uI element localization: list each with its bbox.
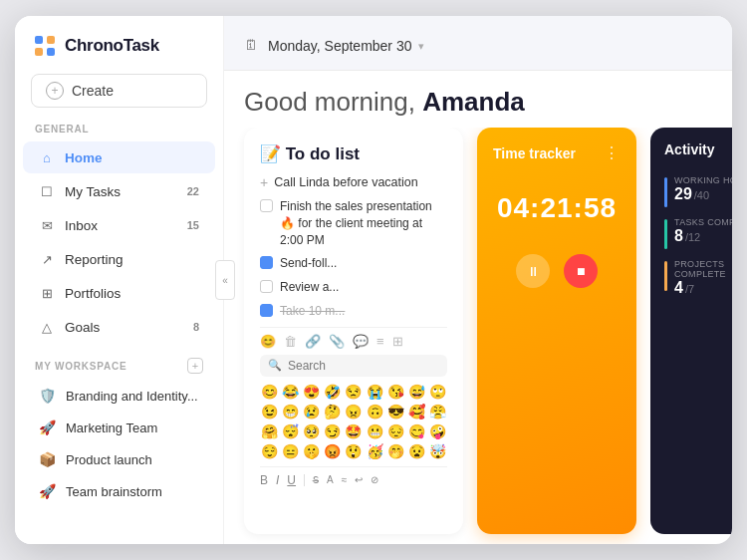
app-name: ChronoTask (65, 36, 159, 56)
emoji-8[interactable]: 😅 (407, 383, 426, 401)
format-underline-button[interactable]: U (287, 473, 296, 487)
format-italic-button[interactable]: I (276, 473, 279, 487)
activity-stat-projects: Projects complete 4 /7 (664, 259, 732, 297)
create-button[interactable]: + Create (31, 74, 207, 108)
emoji-5[interactable]: 😒 (344, 383, 363, 401)
sidebar-item-inbox[interactable]: ✉ Inbox 15 (23, 209, 215, 241)
emoji-29[interactable]: 😑 (281, 442, 300, 460)
sidebar-item-inbox-label: Inbox (65, 218, 177, 233)
logo-dot-4 (47, 48, 55, 56)
time-tracker-stop-button[interactable]: ⏹ (564, 254, 598, 288)
sidebar-item-my-tasks[interactable]: ☐ My Tasks 22 (23, 175, 215, 207)
emoji-30[interactable]: 🤫 (302, 442, 321, 460)
emoji-21[interactable]: 🥺 (302, 422, 321, 440)
emoji-31[interactable]: 😡 (323, 442, 342, 460)
format-extra-5[interactable]: ⊘ (371, 474, 378, 485)
emoji-13[interactable]: 🤔 (323, 403, 342, 420)
emoji-comment-icon[interactable]: 💬 (353, 334, 369, 349)
emoji-15[interactable]: 🙃 (366, 403, 384, 420)
time-tracker-display: 04:21:58 (493, 192, 621, 224)
emoji-attach-icon[interactable]: 📎 (329, 334, 345, 349)
emoji-33[interactable]: 🥳 (366, 442, 384, 460)
emoji-link-icon[interactable]: 🔗 (305, 334, 321, 349)
emoji-3[interactable]: 😍 (302, 383, 321, 401)
inbox-icon: ✉ (39, 217, 55, 233)
time-tracker-pause-button[interactable]: ⏸ (516, 254, 550, 288)
emoji-9[interactable]: 🙄 (428, 383, 447, 401)
tasks-completed-indicator (664, 219, 667, 249)
emoji-19[interactable]: 🤗 (260, 422, 279, 440)
todo-checkbox-2[interactable] (260, 256, 273, 269)
todo-checkbox-4[interactable] (260, 304, 273, 317)
main-area: 🗓 Monday, September 30 ▾ 🔍 Good morning,… (224, 16, 732, 544)
emoji-27[interactable]: 🤪 (428, 422, 447, 440)
emoji-35[interactable]: 😧 (407, 442, 426, 460)
emoji-28[interactable]: 😌 (260, 442, 279, 460)
emoji-24[interactable]: 😬 (366, 422, 384, 440)
text-format-bar: B I U S̶ A ≈ ↩ ⊘ (260, 466, 447, 487)
emoji-6[interactable]: 😭 (366, 383, 384, 401)
emoji-1[interactable]: 😊 (260, 383, 279, 401)
todo-item-text-3: Review a... (280, 279, 339, 296)
tasks-completed-denom: /12 (685, 231, 700, 243)
reporting-icon: ↗ (39, 251, 55, 267)
emoji-list-icon[interactable]: ≡ (376, 334, 384, 349)
emoji-grid-icon[interactable]: ⊞ (392, 334, 403, 349)
emoji-10[interactable]: 😉 (260, 403, 279, 420)
emoji-14[interactable]: 😠 (344, 403, 363, 420)
emoji-22[interactable]: 😏 (323, 422, 342, 440)
emoji-7[interactable]: 😘 (386, 383, 405, 401)
workspace-item-brainstorm[interactable]: 🚀 Team brainstorm (23, 476, 215, 506)
workspace-item-branding[interactable]: 🛡️ Branding and Identity... (23, 381, 215, 411)
time-tracker-menu-icon[interactable]: ⋮ (604, 143, 621, 162)
emoji-18[interactable]: 😤 (428, 403, 447, 420)
emoji-26[interactable]: 😋 (407, 422, 426, 440)
emoji-11[interactable]: 😁 (281, 403, 300, 420)
sidebar-item-portfolios-label: Portfolios (65, 286, 199, 301)
working-hours-indicator (664, 177, 667, 207)
emoji-23[interactable]: 🤩 (344, 422, 363, 440)
my-tasks-icon: ☐ (39, 183, 55, 199)
greeting-name: Amanda (422, 87, 525, 117)
workspace-item-marketing[interactable]: 🚀 Marketing Team (23, 413, 215, 442)
todo-add-input[interactable] (274, 175, 447, 189)
sidebar-item-portfolios[interactable]: ⊞ Portfolios (23, 277, 215, 309)
sidebar-collapse-button[interactable]: « (215, 260, 235, 300)
emoji-34[interactable]: 🤭 (386, 442, 405, 460)
format-extra-3[interactable]: ≈ (342, 474, 348, 485)
format-bold-button[interactable]: B (260, 473, 268, 487)
sidebar-item-home[interactable]: ⌂ Home (23, 141, 215, 173)
todo-add-row: + (260, 174, 447, 190)
emoji-search-input[interactable] (288, 359, 439, 373)
emoji-smile-icon[interactable]: 😊 (260, 334, 276, 349)
sidebar-item-goals[interactable]: △ Goals 8 (23, 311, 215, 343)
date-chevron-icon[interactable]: ▾ (418, 40, 424, 53)
goals-badge: 8 (193, 321, 199, 333)
projects-value: 4 (674, 279, 683, 297)
emoji-2[interactable]: 😂 (281, 383, 300, 401)
emoji-36[interactable]: 🤯 (428, 442, 447, 460)
emoji-4[interactable]: 🤣 (323, 383, 342, 401)
emoji-20[interactable]: 😴 (281, 422, 300, 440)
workspace-add-button[interactable]: + (187, 358, 203, 374)
activity-stat-working-hours: Working hours 29 /40 (664, 175, 732, 203)
emoji-delete-icon[interactable]: 🗑 (284, 334, 297, 349)
format-extra-2[interactable]: A (327, 474, 334, 485)
create-label: Create (72, 83, 114, 99)
emoji-16[interactable]: 😎 (386, 403, 405, 420)
activity-title: Activity (664, 141, 732, 157)
todo-item-text-2: Send-foll... (280, 255, 337, 272)
todo-checkbox-3[interactable] (260, 280, 273, 293)
emoji-12[interactable]: 😢 (302, 403, 321, 420)
emoji-25[interactable]: 😔 (386, 422, 405, 440)
sidebar-item-reporting[interactable]: ↗ Reporting (23, 243, 215, 275)
format-extra-1[interactable]: S̶ (313, 474, 319, 485)
todo-item-3: Review a... (260, 279, 447, 296)
emoji-17[interactable]: 🥰 (407, 403, 426, 420)
format-extra-4[interactable]: ↩ (355, 474, 363, 485)
emoji-32[interactable]: 😲 (344, 442, 363, 460)
workspace-item-product[interactable]: 📦 Product launch (23, 444, 215, 474)
todo-checkbox-1[interactable] (260, 199, 273, 212)
sidebar-item-goals-label: Goals (65, 320, 183, 335)
todo-item-1: Finish the sales presentation 🔥 for the … (260, 198, 447, 248)
